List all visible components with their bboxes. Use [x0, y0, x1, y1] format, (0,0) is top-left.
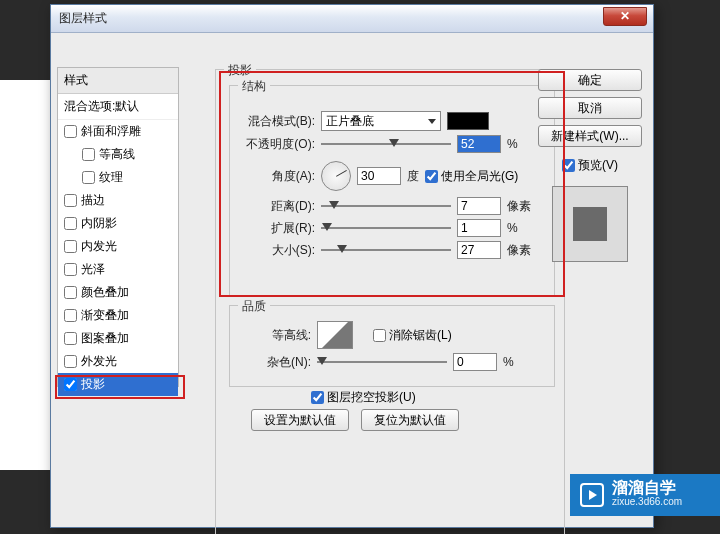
style-item-checkbox[interactable] [64, 332, 77, 345]
titlebar[interactable]: 图层样式 ✕ [51, 5, 653, 33]
blend-options[interactable]: 混合选项:默认 [58, 94, 178, 120]
style-item-checkbox[interactable] [64, 194, 77, 207]
noise-input[interactable]: 0 [453, 353, 497, 371]
size-slider[interactable] [321, 243, 451, 257]
style-item-checkbox[interactable] [64, 240, 77, 253]
style-item-描边[interactable]: 描边 [58, 189, 178, 212]
new-style-button[interactable]: 新建样式(W)... [538, 125, 642, 147]
style-item-label: 纹理 [99, 169, 123, 186]
style-item-label: 渐变叠加 [81, 307, 129, 324]
opacity-label: 不透明度(O): [241, 136, 315, 153]
play-icon [580, 483, 604, 507]
style-item-光泽[interactable]: 光泽 [58, 258, 178, 281]
style-item-label: 描边 [81, 192, 105, 209]
style-item-checkbox[interactable] [64, 378, 77, 391]
style-item-checkbox[interactable] [64, 286, 77, 299]
noise-slider[interactable] [317, 355, 447, 369]
style-item-checkbox[interactable] [64, 263, 77, 276]
style-item-label: 光泽 [81, 261, 105, 278]
style-item-checkbox[interactable] [82, 148, 95, 161]
spread-label: 扩展(R): [241, 220, 315, 237]
style-item-label: 内阴影 [81, 215, 117, 232]
layer-style-dialog: 图层样式 ✕ 样式 混合选项:默认 斜面和浮雕等高线纹理描边内阴影内发光光泽颜色… [50, 4, 654, 528]
angle-dial[interactable] [321, 161, 351, 191]
style-item-纹理[interactable]: 纹理 [58, 166, 178, 189]
make-default-button[interactable]: 设置为默认值 [251, 409, 349, 431]
global-light-checkbox[interactable]: 使用全局光(G) [425, 168, 518, 185]
close-button[interactable]: ✕ [603, 7, 647, 26]
shadow-color-swatch[interactable] [447, 112, 489, 130]
styles-header: 样式 [58, 68, 178, 94]
blend-mode-label: 混合模式(B): [241, 113, 315, 130]
spread-input[interactable]: 1 [457, 219, 501, 237]
style-item-label: 内发光 [81, 238, 117, 255]
cancel-button[interactable]: 取消 [538, 97, 642, 119]
window-title: 图层样式 [59, 10, 107, 27]
angle-label: 角度(A): [241, 168, 315, 185]
style-item-颜色叠加[interactable]: 颜色叠加 [58, 281, 178, 304]
style-item-投影[interactable]: 投影 [58, 373, 178, 396]
style-item-checkbox[interactable] [82, 171, 95, 184]
style-item-斜面和浮雕[interactable]: 斜面和浮雕 [58, 120, 178, 143]
contour-label: 等高线: [251, 327, 311, 344]
style-item-label: 斜面和浮雕 [81, 123, 141, 140]
size-label: 大小(S): [241, 242, 315, 259]
style-item-外发光[interactable]: 外发光 [58, 350, 178, 373]
opacity-slider[interactable] [321, 137, 451, 151]
reset-default-button[interactable]: 复位为默认值 [361, 409, 459, 431]
structure-legend: 结构 [238, 78, 270, 95]
right-button-column: 确定 取消 新建样式(W)... 预览(V) [535, 69, 645, 262]
angle-input[interactable]: 30 [357, 167, 401, 185]
contour-picker[interactable] [317, 321, 353, 349]
style-item-label: 等高线 [99, 146, 135, 163]
style-item-等高线[interactable]: 等高线 [58, 143, 178, 166]
styles-list: 样式 混合选项:默认 斜面和浮雕等高线纹理描边内阴影内发光光泽颜色叠加渐变叠加图… [57, 67, 179, 387]
antialias-checkbox[interactable]: 消除锯齿(L) [373, 327, 452, 344]
size-input[interactable]: 27 [457, 241, 501, 259]
preview-thumbnail [552, 186, 628, 262]
quality-legend: 品质 [238, 298, 270, 315]
noise-label: 杂色(N): [251, 354, 311, 371]
ok-button[interactable]: 确定 [538, 69, 642, 91]
projection-legend: 投影 [224, 62, 256, 79]
style-item-checkbox[interactable] [64, 355, 77, 368]
distance-input[interactable]: 7 [457, 197, 501, 215]
knockout-checkbox[interactable]: 图层挖空投影(U) [311, 389, 416, 406]
style-item-checkbox[interactable] [64, 125, 77, 138]
distance-label: 距离(D): [241, 198, 315, 215]
blend-mode-dropdown[interactable]: 正片叠底 [321, 111, 441, 131]
style-item-checkbox[interactable] [64, 309, 77, 322]
style-item-内发光[interactable]: 内发光 [58, 235, 178, 258]
chevron-down-icon [428, 119, 436, 124]
style-item-checkbox[interactable] [64, 217, 77, 230]
style-item-label: 图案叠加 [81, 330, 129, 347]
watermark: 溜溜自学 zixue.3d66.com [570, 474, 720, 516]
style-item-label: 投影 [81, 376, 105, 393]
style-item-label: 外发光 [81, 353, 117, 370]
style-item-图案叠加[interactable]: 图案叠加 [58, 327, 178, 350]
opacity-input[interactable]: 52 [457, 135, 501, 153]
spread-slider[interactable] [321, 221, 451, 235]
distance-slider[interactable] [321, 199, 451, 213]
preview-checkbox[interactable]: 预览(V) [562, 157, 618, 174]
style-item-渐变叠加[interactable]: 渐变叠加 [58, 304, 178, 327]
style-item-label: 颜色叠加 [81, 284, 129, 301]
style-item-内阴影[interactable]: 内阴影 [58, 212, 178, 235]
